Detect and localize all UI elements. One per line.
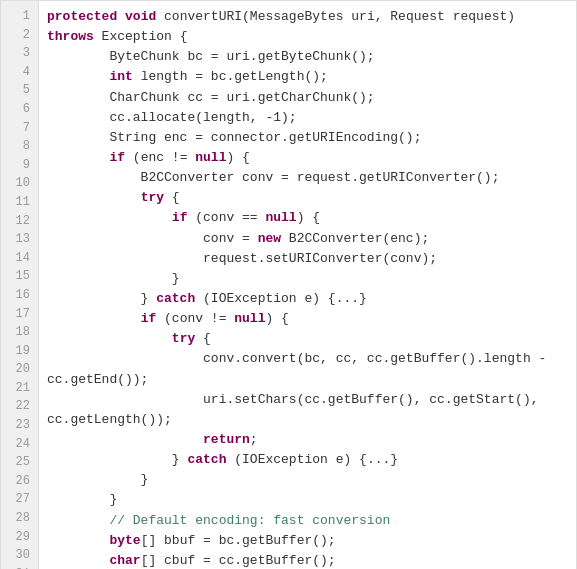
- plain-token: (enc !=: [125, 150, 195, 165]
- kw-token: return: [203, 432, 250, 447]
- line-number: 9: [1, 156, 38, 175]
- code-line: cc.getLength());: [47, 410, 568, 430]
- kw-token: null: [265, 210, 296, 225]
- code-line: } catch (IOException e) {...}: [47, 289, 568, 309]
- plain-token: (IOException e) {...}: [195, 291, 367, 306]
- line-number: 6: [1, 100, 38, 119]
- code-line: cc.getEnd());: [47, 370, 568, 390]
- comment-token: // Default encoding: fast conversion: [47, 513, 390, 528]
- plain-token: B2CConverter conv = request.getURIConver…: [47, 170, 499, 185]
- plain-token: [47, 190, 141, 205]
- kw-token: char: [109, 553, 140, 568]
- line-number: 12: [1, 212, 38, 231]
- plain-token: (conv !=: [156, 311, 234, 326]
- code-line: request.setURIConverter(conv);: [47, 249, 568, 269]
- line-number: 31: [1, 565, 38, 569]
- plain-token: }: [47, 291, 156, 306]
- plain-token: [47, 432, 203, 447]
- plain-token: Exception {: [94, 29, 188, 44]
- plain-token: [47, 210, 172, 225]
- plain-token: {: [164, 190, 180, 205]
- line-number: 20: [1, 360, 38, 379]
- plain-token: conv =: [47, 231, 258, 246]
- plain-token: }: [47, 452, 187, 467]
- code-content[interactable]: protected void convertURI(MessageBytes u…: [39, 1, 576, 569]
- line-number: 19: [1, 342, 38, 361]
- line-number: 22: [1, 397, 38, 416]
- line-number: 16: [1, 286, 38, 305]
- line-number: 5: [1, 81, 38, 100]
- plain-token: ) {: [297, 210, 320, 225]
- plain-token: request.setURIConverter(conv);: [47, 251, 437, 266]
- line-number: 4: [1, 63, 38, 82]
- plain-token: [47, 69, 109, 84]
- line-number: 27: [1, 490, 38, 509]
- plain-token: conv.convert(bc, cc, cc.getBuffer().leng…: [47, 351, 546, 366]
- plain-token: ;: [250, 432, 258, 447]
- line-number: 25: [1, 453, 38, 472]
- plain-token: length = bc.getLength();: [133, 69, 328, 84]
- kw-token: int: [109, 69, 132, 84]
- code-line: cc.allocate(length, -1);: [47, 108, 568, 128]
- plain-token: convertURI(MessageBytes uri, Request req…: [156, 9, 515, 24]
- code-line: byte[] bbuf = bc.getBuffer();: [47, 531, 568, 551]
- kw-token: throws: [47, 29, 94, 44]
- plain-token: (IOException e) {...}: [226, 452, 398, 467]
- plain-token: {: [195, 331, 211, 346]
- code-line: }: [47, 269, 568, 289]
- kw-token: new: [258, 231, 281, 246]
- plain-token: }: [47, 271, 180, 286]
- code-line: }: [47, 490, 568, 510]
- plain-token: ByteChunk bc = uri.getByteChunk();: [47, 49, 375, 64]
- plain-token: CharChunk cc = uri.getCharChunk();: [47, 90, 375, 105]
- kw-token: try: [141, 190, 164, 205]
- code-line: try {: [47, 188, 568, 208]
- kw-token: null: [195, 150, 226, 165]
- kw-token: void: [125, 9, 156, 24]
- code-line: return;: [47, 430, 568, 450]
- code-line: uri.setChars(cc.getBuffer(), cc.getStart…: [47, 390, 568, 410]
- line-number: 15: [1, 267, 38, 286]
- plain-token: [47, 533, 109, 548]
- code-line: char[] cbuf = cc.getBuffer();: [47, 551, 568, 569]
- plain-token: [117, 9, 125, 24]
- plain-token: [47, 331, 172, 346]
- line-number: 13: [1, 230, 38, 249]
- plain-token: [47, 311, 141, 326]
- code-line: conv.convert(bc, cc, cc.getBuffer().leng…: [47, 349, 568, 369]
- kw-token: if: [109, 150, 125, 165]
- code-line: try {: [47, 329, 568, 349]
- plain-token: cc.allocate(length, -1);: [47, 110, 297, 125]
- plain-token: String enc = connector.getURIEncoding();: [47, 130, 421, 145]
- line-number: 10: [1, 174, 38, 193]
- kw-token: try: [172, 331, 195, 346]
- plain-token: cc.getEnd());: [47, 372, 148, 387]
- code-line: String enc = connector.getURIEncoding();: [47, 128, 568, 148]
- line-number: 29: [1, 528, 38, 547]
- kw-token: if: [172, 210, 188, 225]
- kw-token: byte: [109, 533, 140, 548]
- line-number: 24: [1, 435, 38, 454]
- kw-token: null: [234, 311, 265, 326]
- code-line: protected void convertURI(MessageBytes u…: [47, 7, 568, 27]
- code-line: B2CConverter conv = request.getURIConver…: [47, 168, 568, 188]
- code-line: conv = new B2CConverter(enc);: [47, 229, 568, 249]
- code-line: CharChunk cc = uri.getCharChunk();: [47, 88, 568, 108]
- plain-token: [47, 553, 109, 568]
- code-line: ByteChunk bc = uri.getByteChunk();: [47, 47, 568, 67]
- plain-token: }: [47, 472, 148, 487]
- line-number: 23: [1, 416, 38, 435]
- line-number: 3: [1, 44, 38, 63]
- kw-token: catch: [156, 291, 195, 306]
- code-line: if (enc != null) {: [47, 148, 568, 168]
- line-number: 2: [1, 26, 38, 45]
- code-line: } catch (IOException e) {...}: [47, 450, 568, 470]
- plain-token: [47, 150, 109, 165]
- line-number: 7: [1, 119, 38, 138]
- kw-token: if: [141, 311, 157, 326]
- plain-token: (conv ==: [187, 210, 265, 225]
- plain-token: [] cbuf = cc.getBuffer();: [141, 553, 336, 568]
- line-number: 11: [1, 193, 38, 212]
- kw-token: catch: [187, 452, 226, 467]
- plain-token: B2CConverter(enc);: [281, 231, 429, 246]
